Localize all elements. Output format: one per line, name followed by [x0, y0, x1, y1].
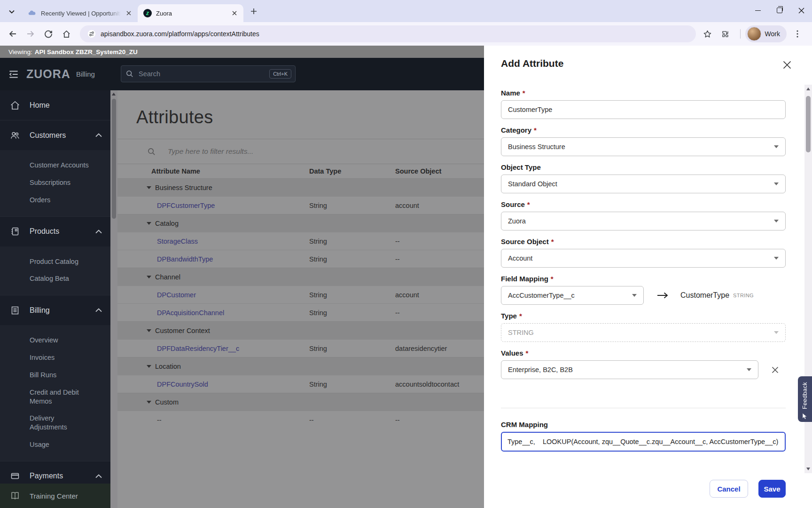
environment-name: API Sandbox ZBZR_System20_ZU — [35, 48, 138, 56]
global-search-input[interactable] — [138, 70, 269, 78]
plus-icon — [250, 8, 257, 15]
scroll-up-arrow-icon[interactable] — [806, 87, 810, 90]
profile-avatar — [747, 27, 761, 41]
chevron-down-icon — [632, 294, 637, 297]
banner-prefix: Viewing: — [8, 48, 32, 56]
sidebar-item-billing[interactable]: Billing — [0, 295, 110, 325]
search-icon — [126, 70, 133, 78]
type-value: STRING — [508, 329, 534, 336]
source-object-select[interactable]: Account — [501, 249, 786, 268]
training-book-icon — [9, 490, 21, 501]
sidebar-item-delivery-adjustments[interactable]: Delivery Adjustments — [0, 410, 110, 436]
search-shortcut-badge: Ctrl+K — [269, 69, 291, 79]
tab-zuora[interactable]: z Zuora — [138, 4, 243, 22]
forward-button[interactable] — [23, 26, 39, 42]
feedback-tab[interactable]: Feedback — [798, 376, 812, 422]
sidebar-collapse-icon[interactable] — [8, 68, 20, 80]
product-name: Billing — [76, 70, 95, 78]
object-type-label: Object Type — [501, 163, 786, 171]
home-icon — [62, 30, 71, 39]
tab-close-icon[interactable] — [230, 9, 239, 17]
divider — [501, 408, 786, 408]
sidebar-item-products[interactable]: Products — [0, 216, 110, 246]
forward-arrow-icon — [26, 30, 35, 38]
category-select[interactable]: Business Structure — [501, 137, 786, 156]
reload-button[interactable] — [40, 26, 56, 42]
close-icon — [772, 366, 779, 373]
chevron-down-icon — [774, 145, 779, 148]
close-button[interactable] — [790, 0, 812, 21]
object-type-select[interactable]: Standard Object — [501, 175, 786, 193]
back-arrow-icon — [8, 30, 17, 38]
global-search[interactable]: Ctrl+K — [121, 65, 296, 82]
restore-button[interactable] — [769, 0, 790, 21]
crm-mapping-input[interactable] — [501, 432, 786, 452]
home-icon — [9, 100, 21, 111]
field-mapping-select[interactable]: AccCustomerType__c — [501, 286, 644, 305]
field-mapping-label: Field Mapping* — [501, 275, 786, 283]
source-label: Source* — [501, 200, 786, 208]
category-value: Business Structure — [508, 143, 565, 151]
chevron-down-icon — [9, 10, 15, 14]
drawer-title: Add Attribute — [501, 58, 786, 69]
sidebar-item-product-catalog[interactable]: Product Catalog — [0, 253, 110, 270]
new-tab-button[interactable] — [247, 5, 260, 18]
tab-recently-viewed[interactable]: Recently Viewed | Opportunities — [22, 4, 138, 22]
save-button[interactable]: Save — [758, 480, 786, 498]
kebab-menu-icon — [796, 30, 798, 38]
app-header: ZUORA Billing Ctrl+K — [0, 58, 484, 90]
source-select[interactable]: Zuora — [501, 212, 786, 230]
home-button[interactable] — [58, 26, 74, 42]
billing-submenu: Overview Invoices Bill Runs Credit and D… — [0, 325, 110, 461]
source-object-label: Source Object* — [501, 238, 786, 246]
tab-search-button[interactable] — [5, 5, 19, 19]
sidebar-item-usage[interactable]: Usage — [0, 436, 110, 453]
extensions-button[interactable] — [718, 26, 734, 42]
sidebar-item-orders[interactable]: Orders — [0, 191, 110, 209]
sidebar-item-training-center[interactable]: Training Center — [0, 484, 110, 508]
sidebar-item-credit-debit-memos[interactable]: Credit and Debit Memos — [0, 384, 110, 410]
cancel-button[interactable]: Cancel — [710, 480, 748, 498]
name-input[interactable] — [501, 100, 786, 119]
scroll-down-arrow-icon[interactable] — [806, 468, 810, 470]
close-icon — [798, 8, 804, 14]
browser-window: Recently Viewed | Opportunities z Zuora — [0, 0, 812, 508]
mapped-attribute-name: CustomerType — [680, 291, 729, 300]
sidebar-item-customers[interactable]: Customers — [0, 120, 110, 150]
profile-name: Work — [765, 30, 780, 38]
payments-icon — [9, 470, 21, 482]
restore-icon — [777, 8, 782, 13]
values-clear-button[interactable] — [770, 365, 780, 375]
scrollbar-thumb[interactable] — [806, 96, 811, 152]
back-button[interactable] — [5, 26, 21, 42]
bookmark-button[interactable] — [700, 26, 716, 42]
sidebar-item-customer-accounts[interactable]: Customer Accounts — [0, 157, 110, 174]
sidebar-item-invoices[interactable]: Invoices — [0, 349, 110, 366]
sidebar-item-bill-runs[interactable]: Bill Runs — [0, 366, 110, 384]
chevron-down-icon — [774, 257, 779, 260]
values-value: Enterprise, B2C, B2B — [508, 366, 573, 373]
customers-submenu: Customer Accounts Subscriptions Orders — [0, 150, 110, 216]
profile-button[interactable]: Work — [745, 25, 787, 42]
add-attribute-drawer: Add Attribute Name* Category* Business S… — [484, 46, 812, 508]
reload-icon — [44, 30, 53, 38]
browser-menu-button[interactable] — [789, 26, 805, 42]
address-bar[interactable]: apisandbox.zuora.com/platform/apps/conte… — [80, 25, 696, 42]
browser-toolbar: apisandbox.zuora.com/platform/apps/conte… — [0, 22, 812, 46]
chevron-down-icon — [774, 220, 779, 222]
values-select[interactable]: Enterprise, B2C, B2B — [501, 360, 758, 379]
window-controls — [747, 0, 812, 22]
sidebar: Home Customers Customer Accounts Subscri… — [0, 90, 110, 508]
salesforce-cloud-icon — [27, 8, 37, 18]
sidebar-item-catalog-beta[interactable]: Catalog Beta — [0, 270, 110, 287]
chevron-up-icon — [95, 133, 102, 137]
feedback-label: Feedback — [802, 382, 808, 409]
sidebar-item-home[interactable]: Home — [0, 90, 110, 120]
drawer-close-button[interactable] — [782, 60, 792, 70]
chevron-down-icon — [774, 331, 779, 334]
sidebar-item-overview[interactable]: Overview — [0, 332, 110, 349]
tab-close-icon[interactable] — [125, 9, 133, 17]
maps-to-arrow-icon — [657, 292, 668, 299]
minimize-button[interactable] — [747, 0, 769, 21]
sidebar-item-subscriptions[interactable]: Subscriptions — [0, 174, 110, 191]
